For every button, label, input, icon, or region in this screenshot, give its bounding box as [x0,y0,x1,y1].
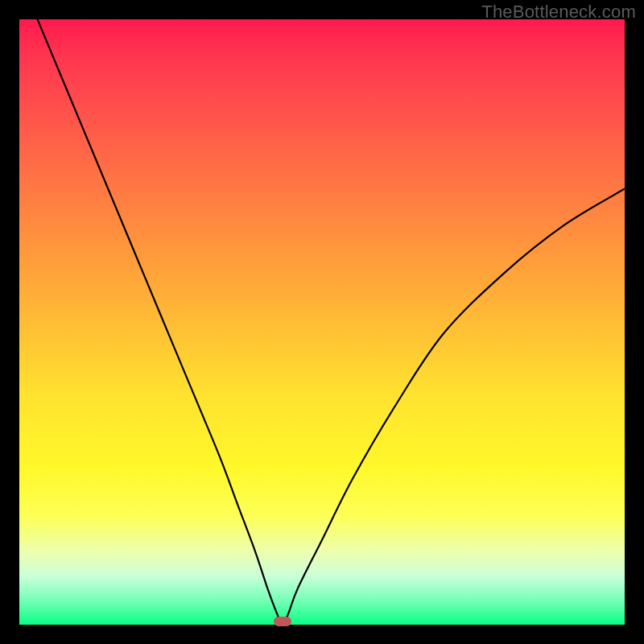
optimal-marker [274,617,291,626]
chart-gradient-area [19,19,625,625]
watermark-text: TheBottleneck.com [481,2,636,23]
